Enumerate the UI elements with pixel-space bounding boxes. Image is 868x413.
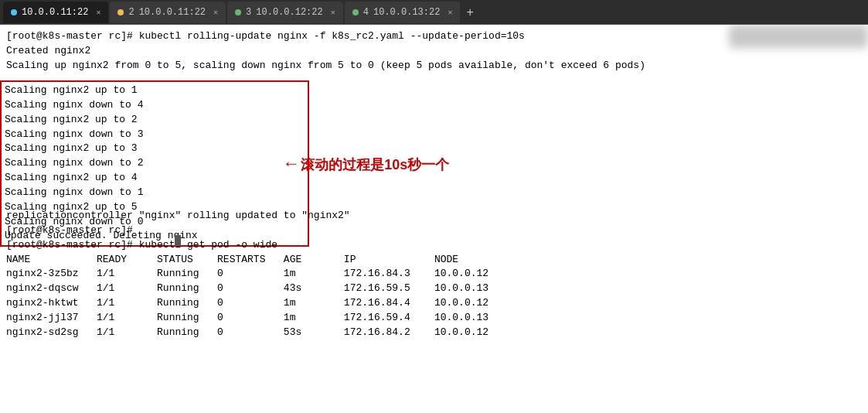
tab-4-dot (352, 9, 359, 15)
text-cursor (175, 234, 181, 248)
after-line-3: [root@k8s-master rc]# kubectl get pod -o… (6, 238, 488, 253)
tab-2-close[interactable]: ✕ (213, 8, 218, 17)
tab-4-close[interactable]: ✕ (448, 8, 452, 17)
tab-2-num: 2 (128, 7, 134, 18)
red-line-8: Scaling nginx down to 1 (5, 186, 305, 200)
tab-1-dot (11, 9, 17, 15)
after-line-5: nginx2-3z5bz 1/1 Running 0 1m 172.16.84.… (6, 267, 488, 282)
after-section: replicationcontroller "nginx" rolling up… (6, 209, 488, 340)
red-line-3: Scaling nginx2 up to 2 (5, 113, 305, 128)
after-line-6: nginx2-dqscw 1/1 Running 0 43s 172.16.59… (6, 282, 488, 296)
tab-4-label: 10.0.0.13:22 (373, 7, 440, 18)
red-line-7: Scaling nginx2 up to 4 (5, 171, 305, 186)
red-line-5: Scaling nginx2 up to 3 (5, 142, 305, 156)
tab-bar: 10.0.0.11:22 ✕ 2 10.0.0.11:22 ✕ 3 10.0.0… (0, 0, 868, 25)
tab-3[interactable]: 3 10.0.0.12:22 ✕ (227, 2, 343, 23)
after-line-8: nginx2-jjl37 1/1 Running 0 1m 172.16.59.… (6, 311, 488, 326)
after-line-9: nginx2-sd2sg 1/1 Running 0 53s 172.16.84… (6, 326, 488, 340)
red-line-6: Scaling nginx down to 2 (5, 156, 305, 171)
tab-3-num: 3 (246, 7, 251, 18)
terminal-line-3: Scaling up nginx2 from 0 to 5, scaling d… (6, 59, 862, 73)
tab-1[interactable]: 10.0.0.11:22 ✕ (3, 2, 108, 23)
tab-2-dot (117, 9, 124, 15)
tab-3-dot (235, 9, 241, 15)
new-tab-button[interactable]: + (461, 5, 478, 19)
tab-3-label: 10.0.0.12:22 (256, 7, 322, 18)
red-line-4: Scaling nginx down to 3 (5, 128, 305, 142)
tab-2[interactable]: 2 10.0.0.11:22 ✕ (110, 2, 226, 23)
annotation: ← 滚动的过程是10s秒一个 (286, 152, 449, 177)
after-line-2: [root@k8s-master rc]# (6, 224, 488, 238)
tab-4[interactable]: 4 10.0.0.13:22 ✕ (345, 2, 461, 23)
annotation-arrow-icon: ← (286, 152, 296, 177)
red-line-2: Scaling nginx down to 4 (5, 98, 305, 113)
blurred-region (729, 25, 868, 48)
tab-2-label: 10.0.0.11:22 (139, 7, 206, 18)
tab-1-close[interactable]: ✕ (96, 8, 100, 17)
after-line-4: NAME READY STATUS RESTARTS AGE IP NODE (6, 253, 488, 268)
tab-4-num: 4 (363, 7, 369, 18)
tab-3-close[interactable]: ✕ (331, 8, 335, 17)
red-line-1: Scaling nginx2 up to 1 (5, 84, 305, 98)
after-line-1: replicationcontroller "nginx" rolling up… (6, 209, 488, 224)
annotation-label: 滚动的过程是10s秒一个 (301, 155, 449, 175)
after-line-7: nginx2-hktwt 1/1 Running 0 1m 172.16.84.… (6, 296, 488, 311)
tab-1-label: 10.0.0.11:22 (22, 7, 88, 18)
terminal-area[interactable]: [root@k8s-master rc]# kubectl rolling-up… (0, 25, 868, 413)
